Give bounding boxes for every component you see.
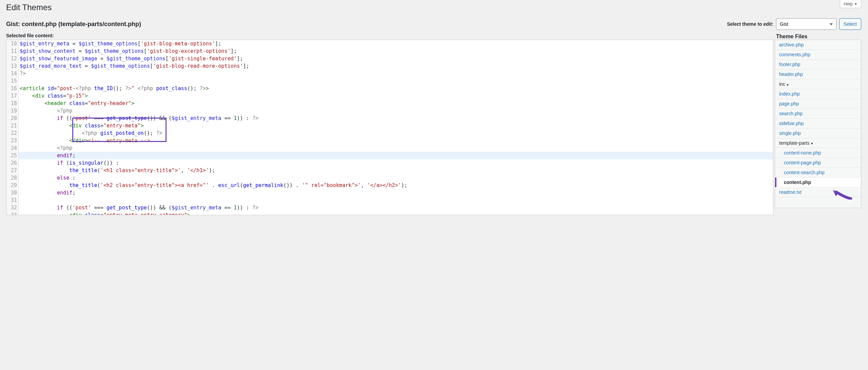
select-button[interactable]: Select — [839, 18, 861, 30]
sub-header: Gist: content.php (template-parts/conten… — [6, 18, 861, 30]
folder-inc[interactable]: inc — [775, 79, 861, 89]
theme-select[interactable]: Gist — [776, 18, 836, 30]
line-number-gutter: 1011121314151617181920212223242526272829… — [6, 40, 19, 215]
current-file-heading: Gist: content.php (template-parts/conten… — [6, 21, 141, 28]
select-theme-label: Select theme to edit: — [727, 21, 773, 27]
file-content-page[interactable]: content-page.php — [775, 158, 861, 168]
theme-select-controls: Select theme to edit: Gist Select — [727, 18, 861, 30]
chevron-down-icon: ▼ — [854, 2, 857, 6]
file-single[interactable]: single.php — [775, 128, 861, 138]
file-page[interactable]: page.php — [775, 99, 861, 109]
file-header[interactable]: header.php — [775, 69, 861, 79]
file-content-search[interactable]: content-search.php — [775, 168, 861, 178]
page-title: Edit Themes — [6, 0, 861, 18]
file-readme[interactable]: readme.txt — [775, 187, 861, 197]
file-sidebar[interactable]: sidebar.php — [775, 119, 861, 128]
file-archive[interactable]: archive.php — [775, 40, 861, 50]
folder-template-parts[interactable]: template-parts — [775, 138, 861, 148]
selected-file-label: Selected file content: — [6, 33, 54, 38]
file-footer[interactable]: footer.php — [775, 60, 861, 69]
file-search[interactable]: search.php — [775, 109, 861, 119]
file-comments[interactable]: comments.php — [775, 50, 861, 60]
help-label: Help — [844, 1, 853, 6]
file-content[interactable]: content.php — [775, 178, 861, 187]
help-tab[interactable]: Help ▼ — [840, 0, 861, 8]
file-index[interactable]: index.php — [775, 89, 861, 99]
theme-files-sidebar: archive.php comments.php footer.php head… — [775, 40, 861, 215]
code-content[interactable]: $gist_entry_meta = $gist_theme_options['… — [19, 40, 773, 215]
code-editor[interactable]: 1011121314151617181920212223242526272829… — [6, 40, 773, 215]
theme-files-heading: Theme Files — [775, 34, 861, 40]
file-content-none[interactable]: content-none.php — [775, 148, 861, 158]
file-tree[interactable]: archive.php comments.php footer.php head… — [775, 40, 861, 208]
